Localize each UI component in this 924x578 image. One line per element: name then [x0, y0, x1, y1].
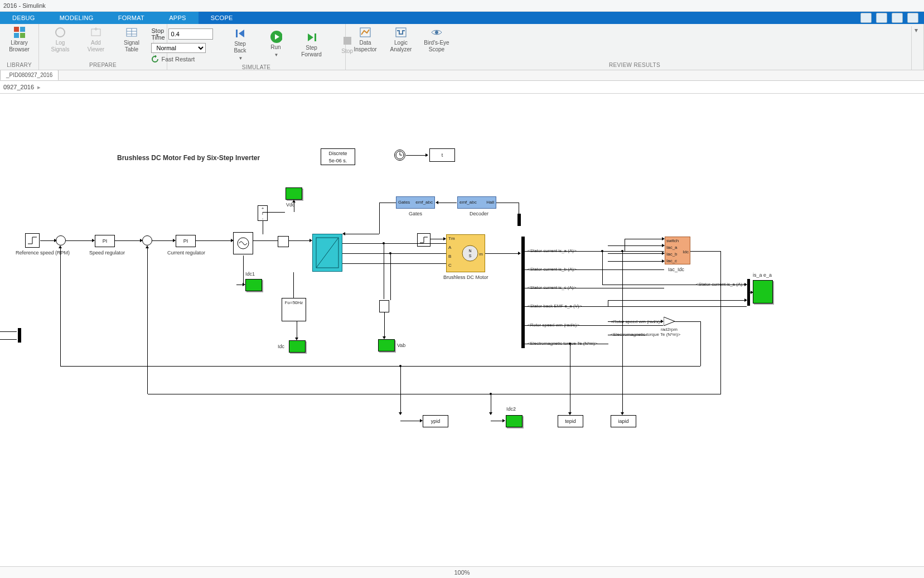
tab-apps[interactable]: APPS [157, 12, 199, 24]
iac-idc-block[interactable]: switch Iac_a Iac_b Iac_c Idc [665, 237, 690, 264]
label-refspeed: Reference speed (RPM) [16, 250, 55, 256]
step-back-icon [234, 27, 246, 40]
log-signals-button[interactable]: Log Signals [46, 26, 74, 53]
scope-isaea[interactable] [753, 280, 773, 304]
ribbon-expand-button[interactable]: ▾ [911, 26, 921, 70]
node [383, 242, 385, 244]
decoder-block[interactable]: emf_abc Hall [457, 196, 496, 209]
scope-idc2[interactable] [506, 415, 523, 427]
titlebar: 2016 - Simulink [0, 0, 924, 12]
wire [608, 261, 664, 262]
wire [625, 239, 664, 239]
breadcrumb-item[interactable]: 0927_2016 [3, 84, 34, 90]
svg-text:S: S [469, 254, 472, 258]
add-viewer-button[interactable]: Add Viewer [82, 26, 110, 53]
svg-point-28 [462, 245, 478, 261]
wire [344, 234, 379, 234]
signal-table-button[interactable]: Signal Table [118, 26, 146, 53]
status-bar: 100% [0, 566, 924, 578]
birdseye-scope-button[interactable]: Bird's-Eye Scope [423, 26, 451, 53]
help-icon[interactable] [907, 13, 918, 23]
add-viewer-label: Add Viewer [88, 40, 104, 53]
scope-idc[interactable] [289, 340, 306, 353]
powergui-block[interactable]: Discrete 5e-06 s. [321, 148, 355, 165]
simulate-settings: Stop Time Normal Fast Restart [151, 26, 212, 63]
filter-block[interactable]: Fo=50Hz [282, 298, 306, 321]
clock-block[interactable] [394, 150, 405, 161]
save-icon[interactable] [860, 13, 872, 23]
gates-block[interactable]: Gates emf_abc [396, 196, 435, 209]
wire [263, 212, 285, 213]
wire [437, 203, 457, 203]
product-block[interactable] [278, 236, 289, 247]
out-tepid[interactable]: tepid [558, 415, 583, 427]
group-label-library: LIBRARY [6, 61, 33, 70]
tab-scope[interactable]: SCOPE [199, 12, 245, 24]
ribbon-group-review: Data Inspector Logic Analyzer Bird's-Eye… [346, 24, 924, 70]
log-signals-label: Log Signals [51, 40, 70, 53]
titlebar-quick-icons [860, 12, 924, 24]
step-back-label: Step Back [234, 41, 246, 54]
wire [491, 394, 491, 414]
library-browser-button[interactable]: Library Browser [6, 26, 33, 53]
pi-current-block[interactable]: PI [176, 235, 196, 247]
out-ypid[interactable]: ypid [423, 415, 448, 427]
wire [60, 247, 61, 366]
bldc-motor-block[interactable]: Tm A B C m NS [446, 234, 485, 272]
undo-icon[interactable] [876, 13, 887, 23]
run-icon [270, 31, 282, 43]
group-label-review: REVIEW RESULTS [351, 61, 918, 70]
wire [525, 325, 663, 326]
current-measure-block[interactable]: +i- [258, 205, 268, 221]
pi-speed-block[interactable]: PI [95, 235, 115, 247]
step-back-button[interactable]: Step Back▼ [226, 27, 254, 62]
wire [525, 344, 608, 344]
data-inspector-button[interactable]: Data Inspector [351, 26, 379, 53]
zoom-level[interactable]: 100% [454, 569, 470, 576]
sim-mode-select[interactable]: Normal [151, 43, 206, 53]
svg-line-27 [316, 238, 338, 268]
voltage-measure-block[interactable] [379, 300, 389, 312]
node [569, 343, 571, 345]
wire [236, 285, 244, 285]
tab-debug[interactable]: DEBUG [0, 12, 47, 24]
run-button[interactable]: Run▼ [262, 31, 290, 59]
tab-format[interactable]: FORMAT [106, 12, 157, 24]
mux-hall[interactable] [517, 214, 521, 226]
scope-vab[interactable] [378, 339, 395, 351]
logic-analyzer-button[interactable]: Logic Analyzer [387, 26, 415, 53]
wire [293, 272, 294, 298]
step-tm-block[interactable] [417, 233, 430, 247]
tab-modeling[interactable]: MODELING [47, 12, 106, 24]
svg-rect-12 [236, 30, 238, 37]
document-tab[interactable]: _PID080927_2016 [0, 70, 59, 80]
wire [115, 240, 142, 241]
model-canvas[interactable]: Brushless DC Motor Fed by Six-Step Inver… [0, 94, 924, 574]
model-title: Brushless DC Motor Fed by Six-Step Inver… [117, 154, 260, 162]
gain-rad2rpm[interactable] [664, 317, 675, 326]
logic-analyzer-icon [395, 26, 407, 38]
svg-rect-20 [396, 28, 406, 37]
svg-rect-2 [14, 33, 19, 38]
redo-icon[interactable] [892, 13, 903, 23]
wire [147, 247, 148, 394]
birdseye-label: Bird's-Eye Scope [424, 40, 449, 53]
fast-restart-icon [151, 55, 159, 63]
stoptime-input[interactable] [168, 28, 213, 40]
label-iacidc: Iac_Idc [668, 267, 684, 272]
wire [342, 263, 446, 264]
mux-left[interactable] [18, 328, 21, 343]
svg-marker-13 [239, 30, 244, 37]
inverter-block[interactable] [312, 234, 342, 272]
wire [720, 251, 721, 394]
wire [342, 253, 446, 254]
controlled-source-block[interactable] [233, 232, 253, 254]
out-iapid[interactable]: iapid [611, 415, 636, 427]
fast-restart-button[interactable]: Fast Restart [151, 55, 212, 63]
step-refspeed-block[interactable] [25, 233, 40, 248]
wire [342, 243, 446, 244]
wire [430, 239, 445, 239]
scope-idc1[interactable] [245, 279, 262, 291]
step-forward-button[interactable]: Step Forward [298, 31, 326, 58]
to-workspace-t[interactable]: t [429, 148, 455, 162]
